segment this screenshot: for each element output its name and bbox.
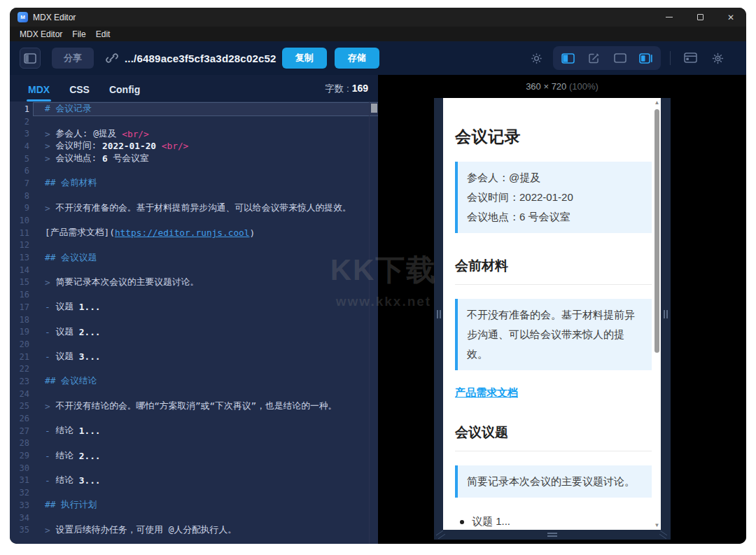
editor-line[interactable]: 32 bbox=[10, 486, 378, 499]
window-layout-button[interactable] bbox=[680, 48, 701, 69]
preview-heading-2: 会前材料 bbox=[455, 257, 652, 285]
editor-line[interactable]: 30 bbox=[10, 462, 378, 475]
preview-heading-2: 会议议题 bbox=[455, 423, 652, 451]
editor-line[interactable]: 34 bbox=[10, 512, 378, 524]
theme-toggle-button[interactable] bbox=[707, 48, 728, 69]
editor-scrollbar[interactable] bbox=[369, 101, 378, 544]
editor-line[interactable]: 5> 会议地点: 6 号会议室 bbox=[10, 153, 378, 165]
preview-scrollbar[interactable]: ▲ ▼ bbox=[653, 98, 661, 530]
sidebar-toggle-icon bbox=[24, 53, 36, 64]
close-button[interactable]: ✕ bbox=[715, 8, 746, 27]
device-frame: 会议记录参会人：@提及会议时间：2022-01-20会议地点：6 号会议室会前材… bbox=[434, 98, 671, 540]
toolbar-divider bbox=[670, 51, 671, 65]
line-code: ## 会议结论 bbox=[34, 375, 378, 388]
editor-line[interactable]: 25> 不开没有结论的会。哪怕“方案取消”或“下次再议”，也是结论的一种。 bbox=[10, 400, 378, 413]
line-number: 11 bbox=[10, 228, 29, 238]
line-number: 13 bbox=[10, 253, 29, 262]
line-number: 32 bbox=[10, 488, 29, 498]
editor-line[interactable]: 15> 简要记录本次会议的主要议题讨论。 bbox=[10, 276, 378, 289]
editor-line[interactable]: 12 bbox=[10, 239, 378, 252]
line-number: 4 bbox=[10, 141, 29, 151]
word-count: 字数 : 169 bbox=[325, 83, 368, 101]
editor-line[interactable]: 31- 结论 3... bbox=[10, 475, 378, 487]
line-code bbox=[34, 164, 378, 177]
editor-line[interactable]: 13## 会议议题 bbox=[10, 251, 378, 264]
device-resize-right[interactable] bbox=[661, 98, 671, 530]
editor-line[interactable]: 20 bbox=[10, 338, 378, 351]
editor-line[interactable]: 3> 参会人: @提及 <br/> bbox=[10, 127, 378, 140]
resize-handle-right-icon bbox=[664, 310, 668, 318]
minimize-button[interactable] bbox=[654, 8, 685, 27]
code-editor[interactable]: 1# 会议记录23> 参会人: @提及 <br/>4> 会议时间: 2022-0… bbox=[10, 101, 378, 544]
editor-line[interactable]: 29- 结论 2... bbox=[10, 449, 378, 462]
editor-line[interactable]: 33## 执行计划 bbox=[10, 499, 378, 512]
editor-line[interactable]: 8 bbox=[10, 190, 378, 202]
line-code: ## 执行计划 bbox=[34, 499, 378, 512]
maximize-button[interactable] bbox=[685, 8, 715, 27]
device-resize-left[interactable] bbox=[434, 98, 443, 530]
share-button[interactable]: 分享 bbox=[52, 48, 94, 69]
editor-line[interactable]: 28 bbox=[10, 437, 378, 450]
preview-blockquote: 不开没有准备的会。基于材料提前异步沟通、可以给会议带来惊人的提效。 bbox=[455, 299, 652, 370]
view-split-button[interactable] bbox=[556, 48, 580, 68]
view-edit-button[interactable] bbox=[582, 48, 606, 68]
tab-css[interactable]: CSS bbox=[68, 84, 91, 101]
editor-line[interactable]: 1# 会议记录 bbox=[10, 103, 378, 115]
copy-button[interactable]: 复制 bbox=[282, 48, 327, 69]
sidebar-toggle-button[interactable] bbox=[20, 48, 41, 69]
scroll-down-icon[interactable]: ▼ bbox=[653, 522, 661, 528]
line-number: 1 bbox=[10, 104, 29, 114]
settings-button[interactable] bbox=[526, 48, 547, 69]
editor-line[interactable]: 7## 会前材料 bbox=[10, 177, 378, 190]
editor-line[interactable]: 10 bbox=[10, 214, 378, 227]
editor-line[interactable]: 23## 会议结论 bbox=[10, 375, 378, 388]
scroll-up-icon[interactable]: ▲ bbox=[653, 99, 661, 106]
editor-line[interactable]: 24 bbox=[10, 388, 378, 400]
editor-line[interactable]: 35> 设置后续待办任务，可使用 @人分配执行人。 bbox=[10, 524, 378, 536]
line-code: - 议题 2... bbox=[34, 325, 378, 338]
line-number: 35 bbox=[10, 525, 29, 535]
editor-scrollbar-thumb[interactable] bbox=[371, 104, 377, 113]
editor-line[interactable]: 26 bbox=[10, 412, 378, 425]
scrollbar-thumb[interactable] bbox=[654, 109, 659, 353]
view-device-button[interactable] bbox=[634, 48, 657, 68]
editor-line[interactable]: 21- 议题 3... bbox=[10, 351, 378, 363]
tab-mdx[interactable]: MDX bbox=[27, 84, 51, 101]
resize-corner-right-icon bbox=[659, 532, 669, 538]
device-resize-bottom[interactable] bbox=[434, 530, 671, 540]
editor-line[interactable]: 2 bbox=[10, 115, 378, 128]
line-number: 29 bbox=[10, 451, 29, 461]
view-fullscreen-button[interactable] bbox=[608, 48, 631, 68]
editor-panel: MDXCSSConfig 字数 : 169 1# 会议记录23> 参会人: @提… bbox=[10, 75, 378, 544]
menu-item-edit[interactable]: Edit bbox=[91, 29, 115, 39]
line-number: 28 bbox=[10, 438, 29, 448]
line-code: > 参会人: @提及 <br/> bbox=[34, 127, 378, 140]
rendered-document: 会议记录参会人：@提及会议时间：2022-01-20会议地点：6 号会议室会前材… bbox=[443, 98, 653, 530]
editor-line[interactable]: 16 bbox=[10, 288, 378, 301]
editor-line[interactable]: 17- 议题 1... bbox=[10, 301, 378, 314]
menu-item-mdx-editor[interactable]: MDX Editor bbox=[15, 29, 67, 39]
editor-line[interactable]: 11[产品需求文档](https://editor.runjs.cool) bbox=[10, 227, 378, 239]
editor-line[interactable]: 14 bbox=[10, 264, 378, 276]
editor-line[interactable]: 4> 会议时间: 2022-01-20 <br/> bbox=[10, 140, 378, 153]
app-window: M MDX Editor ✕ MDX EditorFileEdit 分享 ...… bbox=[10, 8, 746, 544]
line-code: # 会议记录 bbox=[34, 103, 378, 115]
preview-list-item: 议题 1... bbox=[460, 515, 652, 528]
preview-list: 议题 1...议题 2...议题 3... bbox=[460, 515, 652, 530]
line-number: 21 bbox=[10, 352, 29, 362]
line-code bbox=[34, 314, 378, 326]
tab-config[interactable]: Config bbox=[108, 84, 141, 101]
preview-link[interactable]: 产品需求文档 bbox=[455, 386, 518, 398]
editor-line[interactable]: 18 bbox=[10, 314, 378, 326]
line-number: 5 bbox=[10, 154, 29, 164]
document-url[interactable]: .../6489ace3f5cf3a3d28c02c52 bbox=[125, 52, 276, 64]
resize-corner-left-icon bbox=[435, 532, 445, 538]
editor-line[interactable]: 22 bbox=[10, 363, 378, 375]
editor-line[interactable]: 19- 议题 2... bbox=[10, 325, 378, 338]
menu-item-file[interactable]: File bbox=[67, 29, 90, 39]
line-number: 2 bbox=[10, 117, 29, 127]
editor-line[interactable]: 9> 不开没有准备的会。基于材料提前异步沟通、可以给会议带来惊人的提效。 bbox=[10, 202, 378, 215]
editor-line[interactable]: 6 bbox=[10, 164, 378, 177]
save-button[interactable]: 存储 bbox=[335, 48, 379, 69]
editor-line[interactable]: 27- 结论 1... bbox=[10, 425, 378, 437]
